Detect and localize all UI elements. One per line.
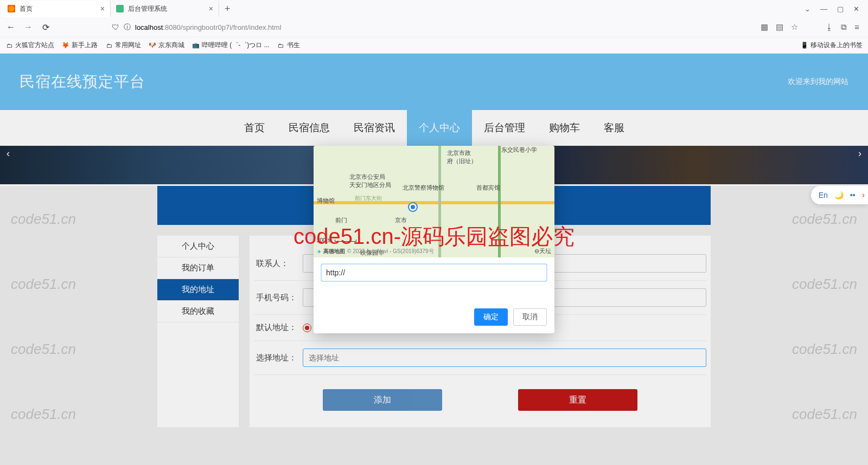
- browser-tab-1[interactable]: 后台管理系统 ×: [111, 1, 219, 17]
- label-default: 默认地址：: [254, 322, 303, 333]
- main-nav: 首页 民宿信息 民宿资讯 个人中心 后台管理 购物车 客服: [0, 110, 868, 146]
- download-icon[interactable]: ⭳: [825, 22, 833, 32]
- nav-minsu-news[interactable]: 民宿资讯: [342, 110, 407, 146]
- map-label-qianmen: 前门: [335, 216, 347, 224]
- tab-title: 首页: [20, 4, 33, 14]
- map-label-tiantan: ⊖天坛: [534, 247, 551, 255]
- bilibili-icon: 📺: [192, 42, 200, 49]
- map-credit: ✈高德地图© 2022 AutoNavi - GS(2019)6379号: [317, 248, 434, 255]
- map-label-street: 前门东大街: [355, 195, 382, 202]
- bookmark-item[interactable]: 🗀书生: [277, 41, 300, 50]
- browser-tab-0[interactable]: 首页 ×: [2, 1, 111, 17]
- map-label-capital-hotel: 首都宾馆: [476, 184, 500, 192]
- nav-home[interactable]: 首页: [232, 110, 277, 146]
- sidebar-item-address[interactable]: 我的地址: [157, 279, 239, 301]
- reader-icon[interactable]: ▤: [776, 22, 783, 32]
- nav-minsu-info[interactable]: 民宿信息: [277, 110, 342, 146]
- favicon-vue-icon: [116, 5, 124, 12]
- nav-admin[interactable]: 后台管理: [472, 110, 537, 146]
- window-controls: ⌄ — ▢ ✕: [805, 5, 866, 13]
- sidebar-item-favorites[interactable]: 我的收藏: [157, 301, 239, 322]
- shield-icon[interactable]: 🛡: [112, 23, 119, 31]
- map-label-museum: 博物馆: [317, 197, 335, 205]
- folder-icon: 🗀: [105, 42, 113, 49]
- app-menu-icon[interactable]: ≡: [854, 22, 859, 32]
- firefox-icon: 🦊: [62, 42, 69, 49]
- tab-close-icon[interactable]: ×: [100, 4, 105, 13]
- connection-icon[interactable]: ⓘ: [124, 22, 131, 32]
- map-scale: 200 米: [317, 237, 356, 244]
- map-road: [498, 146, 501, 257]
- welcome-text: 欢迎来到我的网站: [788, 77, 848, 87]
- new-tab-button[interactable]: +: [219, 3, 236, 15]
- map-label-police-museum: 北京警察博物馆: [403, 184, 444, 192]
- sidebar-item-personal[interactable]: 个人中心: [157, 236, 239, 257]
- window-minimize-button[interactable]: —: [820, 5, 827, 13]
- tab-title: 后台管理系统: [128, 4, 167, 14]
- browser-chrome: 首页 × 后台管理系统 × + ⌄ — ▢ ✕ ← → ⟳ 🛡 ⓘ localh…: [0, 0, 868, 54]
- sidebar-item-orders[interactable]: 我的订单: [157, 257, 239, 279]
- nav-service[interactable]: 客服: [592, 110, 636, 146]
- floating-toolbar: En 🌙 •• ›: [811, 186, 868, 204]
- map-road: [314, 201, 554, 204]
- extensions-icon[interactable]: ⧉: [841, 22, 847, 32]
- map-road: [438, 146, 441, 257]
- map-label-x: 京市: [395, 216, 407, 224]
- map-label-gov: 北京市政 府（旧址）: [447, 149, 477, 165]
- bookmark-mobile[interactable]: 📱移动设备上的书签: [801, 41, 863, 50]
- modal-url-input[interactable]: [321, 264, 547, 281]
- tab-bar: 首页 × 后台管理系统 × + ⌄ — ▢ ✕: [0, 0, 868, 17]
- folder-icon: 🗀: [5, 42, 13, 49]
- map-canvas[interactable]: 博物馆 北京市公安局 天安门地区分局 北京警察博物馆 北京市政 府（旧址） 东交…: [314, 146, 554, 257]
- modal-footer: 确定 取消: [321, 308, 547, 326]
- reset-button[interactable]: 重置: [518, 389, 637, 411]
- modal-cancel-button[interactable]: 取消: [513, 308, 547, 326]
- nav-cart[interactable]: 购物车: [537, 110, 592, 146]
- star-icon[interactable]: ☆: [791, 22, 798, 32]
- map-modal: 博物馆 北京市公安局 天安门地区分局 北京警察博物馆 北京市政 府（旧址） 东交…: [314, 146, 554, 333]
- mobile-icon: 📱: [801, 42, 808, 49]
- jd-icon: 🐶: [149, 42, 156, 49]
- window-maximize-button[interactable]: ▢: [837, 5, 844, 13]
- page-viewport: code51.cncode51.cncode51.cncode51.cncode…: [0, 54, 868, 465]
- window-close-button[interactable]: ✕: [853, 5, 859, 13]
- site-title: 民宿在线预定平台: [20, 72, 145, 92]
- form-buttons: 添加 重置: [254, 389, 706, 411]
- carousel-next-icon[interactable]: ›: [858, 148, 861, 159]
- addr-right-icons: ▦ ▤ ☆ ⭳ ⧉ ≡: [761, 22, 863, 32]
- carousel-prev-icon[interactable]: ‹: [7, 148, 10, 159]
- personal-sidebar: 个人中心 我的订单 我的地址 我的收藏: [157, 236, 239, 427]
- lang-toggle[interactable]: En: [819, 191, 828, 199]
- address-bar: ← → ⟳ 🛡 ⓘ localhost:8080/springbootr0p7i…: [0, 17, 868, 37]
- url-box[interactable]: 🛡 ⓘ localhost:8080/springbootr0p7i/front…: [58, 22, 754, 32]
- label-contact: 联系人：: [254, 259, 303, 269]
- bookmark-item[interactable]: 🗀常用网址: [105, 41, 141, 50]
- bookmark-item[interactable]: 📺哔哩哔哩 (゜-゜)つロ ...: [192, 41, 270, 50]
- tab-close-icon[interactable]: ×: [209, 4, 213, 13]
- qr-icon[interactable]: ▦: [761, 22, 768, 32]
- nav-back-button[interactable]: ←: [5, 22, 16, 32]
- dark-mode-icon[interactable]: 🌙: [834, 191, 844, 199]
- form-row-select-addr: 选择地址：: [254, 341, 706, 375]
- bookmarks-bar: 🗀火狐官方站点 🦊新手上路 🗀常用网址 🐶京东商城 📺哔哩哔哩 (゜-゜)つロ …: [0, 37, 868, 53]
- folder-icon: 🗀: [277, 42, 285, 49]
- nav-personal-center[interactable]: 个人中心: [407, 110, 472, 146]
- map-label-police: 北京市公安局 天安门地区分局: [349, 173, 391, 189]
- modal-ok-button[interactable]: 确定: [474, 308, 508, 326]
- collapse-icon[interactable]: ›: [862, 190, 865, 200]
- select-address-input[interactable]: [303, 348, 706, 367]
- nav-forward-button[interactable]: →: [23, 22, 34, 32]
- site-header: 民宿在线预定平台 欢迎来到我的网站: [0, 54, 868, 110]
- label-select-addr: 选择地址：: [254, 353, 303, 363]
- label-phone: 手机号码：: [254, 293, 303, 303]
- url-text: localhost:8080/springbootr0p7i/front/ind…: [135, 23, 282, 31]
- bookmark-item[interactable]: 🦊新手上路: [62, 41, 98, 50]
- bookmark-item[interactable]: 🗀火狐官方站点: [5, 41, 54, 50]
- favicon-firefox-icon: [8, 5, 15, 12]
- nav-reload-button[interactable]: ⟳: [40, 22, 51, 33]
- more-icon[interactable]: ••: [850, 191, 856, 199]
- map-marker-icon: [409, 203, 417, 211]
- bookmark-item[interactable]: 🐶京东商城: [149, 41, 184, 50]
- window-caret-icon[interactable]: ⌄: [805, 5, 810, 13]
- add-button[interactable]: 添加: [323, 389, 442, 411]
